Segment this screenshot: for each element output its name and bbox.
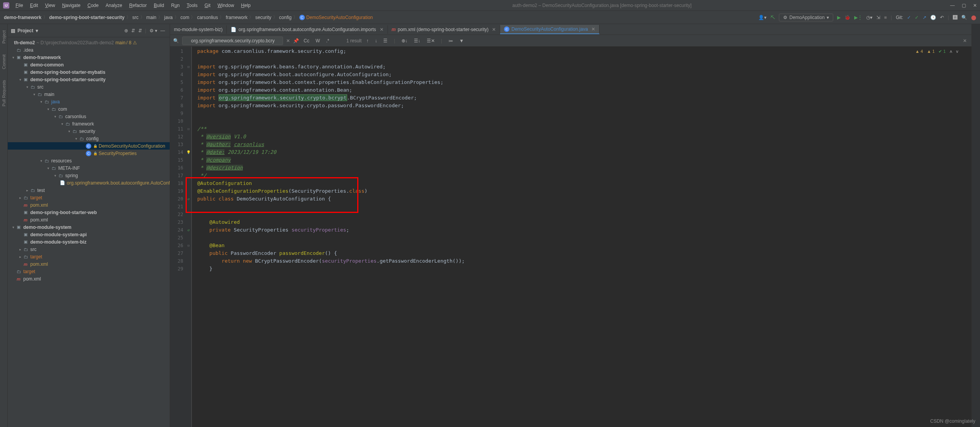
code-line[interactable]	[197, 234, 971, 242]
breadcrumb-item[interactable]: demo-spring-boot-starter-security	[49, 15, 125, 20]
code-line[interactable]: import org.springframework.security.cryp…	[197, 102, 971, 110]
find-input[interactable]	[182, 37, 283, 45]
git-rollback-icon[interactable]: ↶	[940, 15, 944, 20]
code-line[interactable]	[197, 211, 971, 218]
profile-icon[interactable]: ◷▾	[866, 15, 872, 20]
menu-refactor[interactable]: Refactor	[126, 2, 150, 9]
tree-node[interactable]: ▾🗀src	[8, 83, 170, 91]
error-stripe[interactable]	[971, 24, 980, 427]
tree-node[interactable]: 🗀.idea	[8, 46, 170, 54]
find-case-toggle[interactable]: Cc	[302, 37, 311, 44]
tab-close-icon[interactable]: ✕	[380, 27, 384, 32]
menu-run[interactable]: Run	[168, 2, 183, 9]
find-filter-icon[interactable]: ▼	[458, 37, 466, 44]
tree-node[interactable]: ▾🗀main	[8, 91, 170, 98]
code-line[interactable]: * @version V1.0	[197, 133, 971, 141]
find-pin-icon[interactable]: 📌	[293, 38, 299, 44]
tree-node[interactable]: ▸🗀src	[8, 246, 170, 253]
warning-icon[interactable]: ▲ 4	[915, 49, 923, 54]
hammer-icon[interactable]: ⛏	[770, 15, 775, 20]
tree-node[interactable]: ▸🗀target	[8, 194, 170, 201]
find-close-icon[interactable]: ✕	[286, 38, 290, 44]
editor-tab[interactable]: CDemoSecurityAutoConfiguration.java✕	[500, 25, 599, 34]
editor-tab[interactable]: mo-module-system-biz)	[170, 25, 227, 34]
code-line[interactable]: package com.carsonlius.framework.securit…	[197, 47, 971, 55]
menu-edit[interactable]: Edit	[27, 2, 41, 9]
ide-settings-icon[interactable]: ⬤	[971, 15, 976, 20]
git-history-icon[interactable]: 🕓	[930, 15, 936, 20]
expand-all-icon[interactable]: ⇵	[130, 27, 137, 34]
code-line[interactable]: public class DemoSecurityAutoConfigurati…	[197, 195, 971, 203]
find-close-bar-icon[interactable]: ✕	[961, 37, 968, 44]
tree-node[interactable]: ▣demo-module-system-api	[8, 231, 170, 238]
user-icon[interactable]: 👤▾	[758, 15, 766, 20]
tab-close-icon[interactable]: ✕	[492, 27, 496, 32]
code-line[interactable]: * @date: 2023/12/19 17:20	[197, 148, 971, 156]
inspect-up-icon[interactable]: ʌ	[950, 49, 952, 54]
tree-node[interactable]: ▣demo-common	[8, 61, 170, 68]
menu-tools[interactable]: Tools	[184, 2, 201, 9]
find-select-all-icon[interactable]: ☰	[382, 37, 389, 44]
tree-node[interactable]: mpom.xml	[8, 201, 170, 209]
tree-node[interactable]: ▣demo-module-system-biz	[8, 238, 170, 246]
stop-icon[interactable]: ■	[884, 15, 887, 20]
tree-node[interactable]: ▾🗀com	[8, 105, 170, 113]
project-root[interactable]: th-demo2 ~ D:\project\window2023\auth-de…	[8, 39, 170, 46]
code-line[interactable]: import org.springframework.context.annot…	[197, 86, 971, 94]
tree-node[interactable]: ▾🗀config	[8, 135, 170, 142]
code-line[interactable]: import org.springframework.boot.autoconf…	[197, 71, 971, 78]
tool-commit[interactable]: Commit	[1, 51, 7, 72]
code-line[interactable]: * @author: carsonlius	[197, 141, 971, 148]
settings-icon[interactable]: ⚙ ▾	[148, 27, 159, 34]
inspect-down-icon[interactable]: v	[956, 49, 959, 54]
menu-build[interactable]: Build	[151, 2, 167, 9]
tree-node[interactable]: ▾🗀resources	[8, 157, 170, 164]
fold-gutter[interactable]: ⊟⊟💡↺↺⊟	[186, 47, 192, 427]
code-line[interactable]: @EnableConfigurationProperties(SecurityP…	[197, 187, 971, 195]
project-tree[interactable]: th-demo2 ~ D:\project\window2023\auth-de…	[8, 37, 170, 427]
tree-node[interactable]: ▾🗀framework	[8, 120, 170, 127]
tree-node[interactable]: ▾▣demo-framework	[8, 54, 170, 61]
code-line[interactable]: public PasswordEncoder passwordEncoder()…	[197, 249, 971, 257]
menu-help[interactable]: Help	[238, 2, 254, 9]
breadcrumb-item[interactable]: security	[255, 15, 271, 20]
find-regex-toggle[interactable]: .*	[325, 37, 331, 44]
find-select-occurrences-icon[interactable]: ☰↓	[412, 37, 422, 44]
collapse-all-icon[interactable]: ⇵	[137, 27, 144, 34]
breadcrumb-item[interactable]: config	[279, 15, 292, 20]
code-line[interactable]: import org.springframework.security.cryp…	[197, 94, 971, 102]
git-push-icon[interactable]: ↗	[923, 15, 926, 20]
breadcrumb-item[interactable]: framework	[226, 15, 247, 20]
attach-icon[interactable]: ⇲	[876, 15, 880, 20]
weak-warning-icon[interactable]: ▲ 1	[927, 49, 935, 54]
tree-node[interactable]: ▾🗀java	[8, 98, 170, 105]
editor-tab[interactable]: mpom.xml (demo-spring-boot-starter-secur…	[388, 25, 500, 34]
run-config-selector[interactable]: ⚙ DemoApplication ▾	[779, 14, 833, 21]
tree-node[interactable]: C🔒DemoSecurityAutoConfiguration	[8, 142, 170, 150]
tree-node[interactable]: ▸🗀target	[8, 253, 170, 260]
tool-pull-requests[interactable]: Pull Requests	[1, 77, 7, 110]
breadcrumb-item[interactable]: carsonlius	[197, 15, 218, 20]
code-line[interactable]: }	[197, 265, 971, 273]
tree-node[interactable]: ▾▣demo-spring-boot-starter-security	[8, 76, 170, 83]
breadcrumb-current[interactable]: CDemoSecurityAutoConfiguration	[299, 15, 373, 20]
tree-node[interactable]: ▾🗀carsonlius	[8, 113, 170, 120]
git-commit-icon[interactable]: ✓	[915, 15, 919, 20]
code-line[interactable]: * @description	[197, 164, 971, 172]
find-next-icon[interactable]: ↓	[373, 37, 379, 44]
breadcrumb-item[interactable]: com	[181, 15, 189, 20]
minimize-icon[interactable]: —	[950, 3, 955, 8]
find-remove-occurrence-icon[interactable]: ☰✕	[425, 37, 436, 44]
project-view-title[interactable]: ▤ Project ▾	[11, 28, 38, 33]
menu-analyze[interactable]: Analyze	[103, 2, 125, 9]
tree-node[interactable]: ▣demo-spring-boot-starter-web	[8, 209, 170, 216]
close-icon[interactable]: ✕	[973, 3, 977, 8]
menu-window[interactable]: Window	[214, 2, 237, 9]
code-line[interactable]: import org.springframework.beans.factory…	[197, 63, 971, 71]
code-line[interactable]: import org.springframework.boot.context.…	[197, 78, 971, 86]
tree-node[interactable]: C🔒SecurityProperties	[8, 150, 170, 157]
menu-code[interactable]: Code	[84, 2, 102, 9]
code-line[interactable]: private SecurityProperties securityPrope…	[197, 226, 971, 234]
find-settings-icon[interactable]: ≔	[447, 37, 455, 44]
code-line[interactable]: * @company	[197, 156, 971, 164]
